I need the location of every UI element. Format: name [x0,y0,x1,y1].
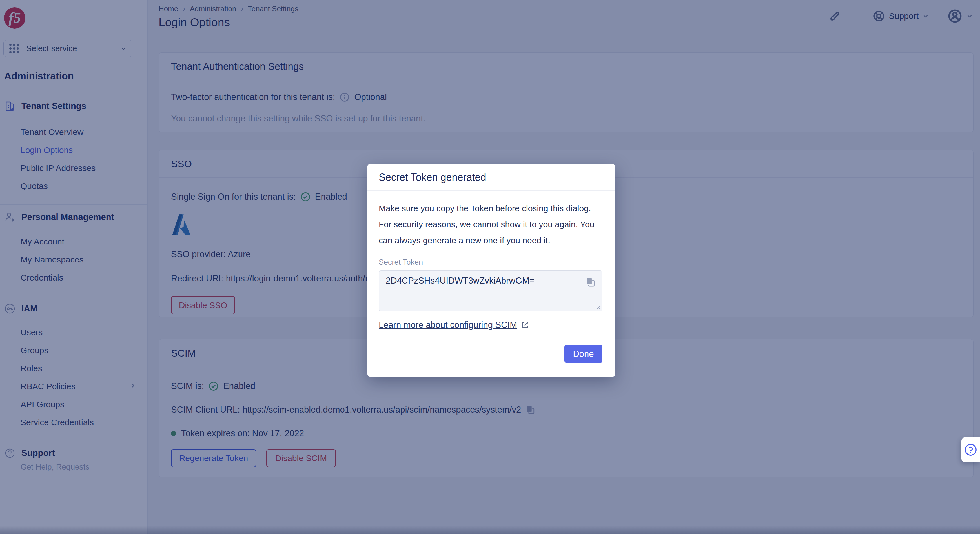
secret-token-textarea[interactable]: 2D4CPzSHs4UIDWT3wZvkiAbrwGM= [379,270,603,312]
modal-title: Secret Token generated [379,172,486,183]
resize-handle[interactable] [595,304,601,310]
secret-token-modal: Secret Token generated Make sure you cop… [368,164,615,377]
copy-icon[interactable] [585,277,595,287]
modal-body-text: Make sure you copy the Token before clos… [379,200,604,248]
external-link-icon [520,321,530,329]
help-question-icon [964,443,977,456]
app-screen: f5 Select service Administration Tenant … [0,0,980,534]
secret-token-label: Secret Token [379,258,604,267]
help-fab-button[interactable] [961,437,980,462]
learn-more-scim-link[interactable]: Learn more about configuring SCIM [379,320,517,330]
modal-header: Secret Token generated [368,164,615,191]
secret-token-value: 2D4CPzSHs4UIDWT3wZvkiAbrwGM= [386,276,535,286]
done-button[interactable]: Done [565,345,603,363]
